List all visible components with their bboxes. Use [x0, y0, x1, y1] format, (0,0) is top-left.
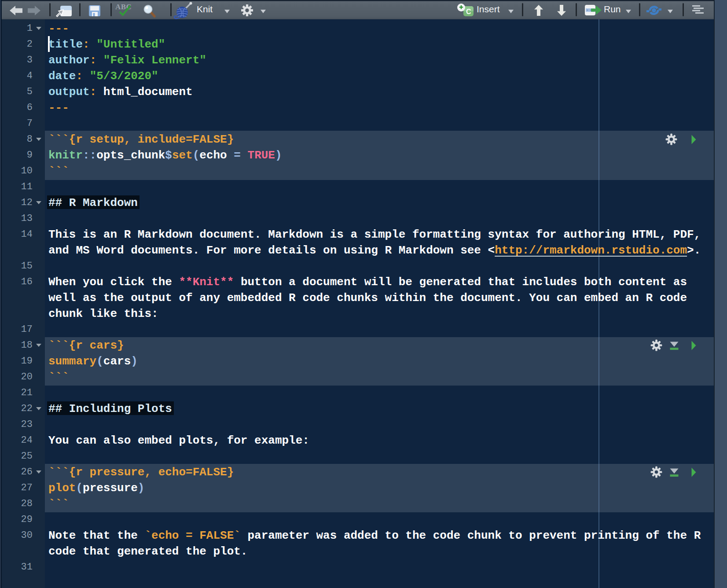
- svg-text:C: C: [466, 8, 471, 15]
